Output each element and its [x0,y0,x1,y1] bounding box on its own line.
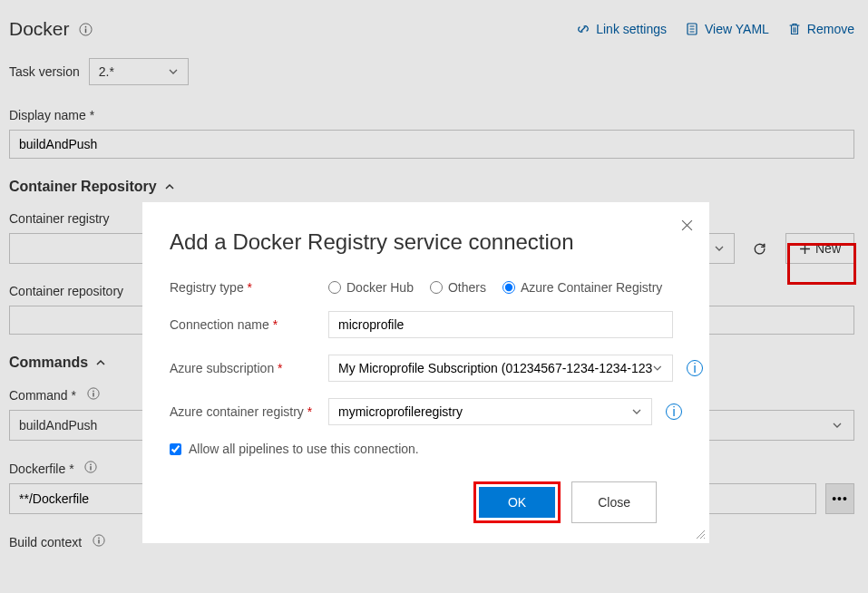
azure-subscription-select[interactable]: My Microprofile Subscription (01234567-1… [328,355,673,382]
radio-docker-hub[interactable]: Docker Hub [328,280,414,295]
allow-pipelines-label: Allow all pipelines to use this connecti… [189,442,419,456]
connection-name-input[interactable] [328,311,673,338]
connection-name-label: Connection name * [170,317,328,332]
allow-pipelines-checkbox[interactable] [170,443,181,455]
chevron-down-icon [652,363,663,374]
info-icon[interactable]: i [666,403,682,420]
registry-type-label: Registry type * [170,280,328,295]
registry-type-radio-group: Docker Hub Others Azure Container Regist… [328,280,662,295]
azure-registry-label: Azure container registry * [170,404,328,419]
close-button[interactable]: Close [571,481,657,523]
chevron-down-icon [631,406,642,417]
highlight-ok-button: OK [473,481,561,523]
azure-subscription-label: Azure subscription * [170,361,328,375]
info-icon[interactable]: i [687,360,703,376]
radio-azure-container-registry[interactable]: Azure Container Registry [502,280,662,295]
add-registry-dialog: Add a Docker Registry service connection… [142,202,709,543]
radio-others[interactable]: Others [430,280,486,295]
dialog-title: Add a Docker Registry service connection [170,229,682,255]
resize-handle-icon[interactable] [693,527,706,540]
azure-registry-select[interactable]: mymicroprofileregistry [328,398,652,425]
ok-button[interactable]: OK [479,487,555,518]
close-icon [681,219,693,231]
close-dialog-button[interactable] [681,219,693,235]
